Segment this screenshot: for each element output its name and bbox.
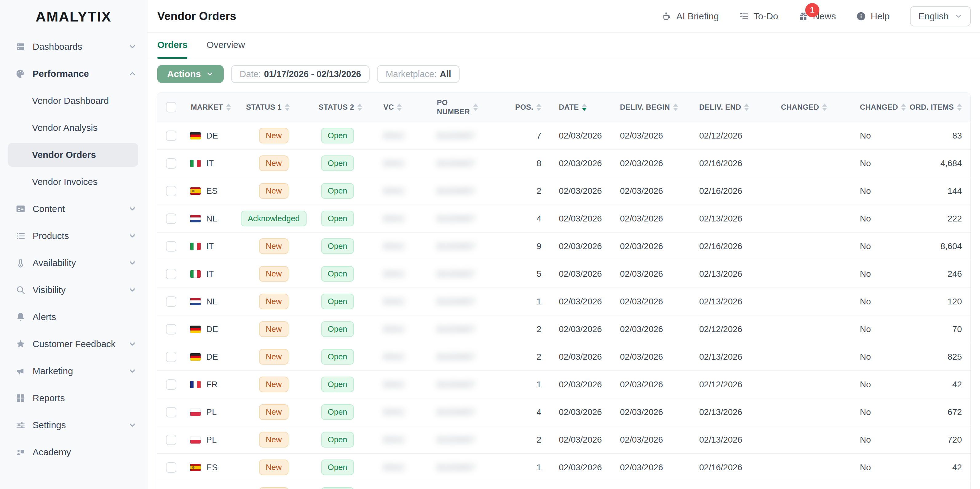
status2-badge: Open bbox=[321, 128, 354, 143]
market-cell: PL bbox=[179, 435, 243, 445]
sidebar-item-vendor-dashboard[interactable]: Vendor Dashboard bbox=[0, 87, 147, 114]
sidebar-item-academy[interactable]: Academy bbox=[0, 439, 147, 466]
vc-value-blurred: 8XK2 bbox=[383, 352, 405, 362]
sidebar-item-content[interactable]: Content bbox=[0, 195, 147, 222]
row-checkbox[interactable] bbox=[166, 462, 177, 473]
table-row[interactable]: NLNewOpen8XK281029457102/03/202602/03/20… bbox=[157, 288, 970, 316]
table-row[interactable]: NewOpen bbox=[157, 481, 970, 489]
sidebar-item-settings[interactable]: Settings bbox=[0, 411, 147, 439]
column-header-changed[interactable]: CHANGED bbox=[851, 103, 907, 112]
topbar-menu-to-do[interactable]: To-Do bbox=[739, 11, 778, 22]
sort-icon bbox=[397, 103, 402, 111]
status1-badge: New bbox=[259, 238, 288, 254]
date-cell: 02/03/2026 bbox=[546, 435, 612, 445]
deliv-end-cell: 02/16/2026 bbox=[692, 186, 773, 196]
tab-orders[interactable]: Orders bbox=[157, 40, 188, 58]
pos-cell: 7 bbox=[507, 131, 546, 141]
status2-cell: Open bbox=[304, 128, 371, 143]
market-code: FR bbox=[206, 379, 218, 389]
row-checkbox[interactable] bbox=[166, 269, 177, 279]
sidebar-item-performance[interactable]: Performance bbox=[0, 60, 147, 87]
column-header-deliv-begin[interactable]: DELIV. BEGIN bbox=[612, 103, 692, 112]
chevron-up-icon bbox=[128, 70, 137, 78]
column-header-deliv-end[interactable]: DELIV. END bbox=[692, 103, 773, 112]
row-checkbox[interactable] bbox=[166, 241, 177, 252]
topbar-menu-label: To-Do bbox=[754, 11, 778, 22]
topbar-menu-label: AI Briefing bbox=[676, 11, 719, 22]
table-row[interactable]: FRNewOpen8XK281029457102/03/202602/03/20… bbox=[157, 371, 970, 399]
column-header-date[interactable]: DATE bbox=[546, 103, 612, 112]
sidebar-item-dashboards[interactable]: Dashboards bbox=[0, 33, 147, 60]
row-checkbox[interactable] bbox=[166, 352, 177, 362]
table-row[interactable]: ESNewOpen8XK281029457202/03/202602/03/20… bbox=[157, 177, 970, 205]
row-checkbox[interactable] bbox=[166, 213, 177, 224]
table-row[interactable]: NLAcknowledgedOpen8XK281029457402/03/202… bbox=[157, 205, 970, 232]
ord-items-cell: 120 bbox=[907, 297, 970, 306]
table-row[interactable]: ITNewOpen8XK281029457502/03/202602/03/20… bbox=[157, 260, 970, 288]
sidebar-item-availability[interactable]: Availability bbox=[0, 249, 147, 276]
column-header-pos-[interactable]: POS. bbox=[507, 103, 546, 112]
topbar-menu-help[interactable]: Help bbox=[856, 11, 890, 22]
column-header-status-2[interactable]: STATUS 2 bbox=[304, 103, 371, 112]
language-select[interactable]: English bbox=[910, 6, 971, 26]
ord-items-cell: 720 bbox=[907, 435, 970, 445]
column-header-po-number[interactable]: PONUMBER bbox=[429, 98, 507, 116]
status1-badge: New bbox=[259, 459, 288, 475]
table-row[interactable]: PLNewOpen8XK281029457202/03/202602/03/20… bbox=[157, 426, 970, 454]
changed2-cell: No bbox=[851, 407, 907, 417]
sidebar-item-reports[interactable]: Reports bbox=[0, 384, 147, 411]
pos-cell: 1 bbox=[507, 379, 546, 389]
row-checkbox[interactable] bbox=[166, 186, 177, 196]
pos-cell: 1 bbox=[507, 297, 546, 306]
ord-items-cell: 246 bbox=[907, 269, 970, 279]
table-row[interactable]: ITNewOpen8XK281029457902/03/202602/03/20… bbox=[157, 232, 970, 260]
table-header-row: MARKETSTATUS 1STATUS 2VCPONUMBERPOS.DATE… bbox=[157, 92, 970, 122]
row-checkbox[interactable] bbox=[166, 407, 177, 418]
sidebar-item-visibility[interactable]: Visibility bbox=[0, 276, 147, 303]
table-row[interactable]: PLNewOpen8XK281029457402/03/202602/03/20… bbox=[157, 399, 970, 426]
row-checkbox[interactable] bbox=[166, 130, 177, 141]
sidebar-item-alerts[interactable]: Alerts bbox=[0, 303, 147, 330]
table-row[interactable]: ITNewOpen8XK281029457802/03/202602/03/20… bbox=[157, 149, 970, 177]
topbar-menu-ai-briefing[interactable]: AI Briefing bbox=[662, 11, 719, 22]
row-checkbox[interactable] bbox=[166, 297, 177, 307]
date-filter[interactable]: Date: 01/17/2026 - 02/13/2026 bbox=[231, 65, 369, 83]
tab-overview[interactable]: Overview bbox=[207, 40, 245, 58]
sidebar-item-customer-feedback[interactable]: Customer Feedback bbox=[0, 330, 147, 357]
date-filter-value: 01/17/2026 - 02/13/2026 bbox=[264, 69, 361, 79]
deliv-begin-cell: 02/03/2026 bbox=[612, 352, 692, 362]
sidebar-item-products[interactable]: Products bbox=[0, 222, 147, 249]
table-row[interactable]: DENewOpen8XK281029457202/03/202602/03/20… bbox=[157, 316, 970, 343]
row-checkbox[interactable] bbox=[166, 379, 177, 390]
sidebar-item-vendor-analysis[interactable]: Vendor Analysis bbox=[0, 114, 147, 141]
row-checkbox[interactable] bbox=[166, 324, 177, 335]
sidebar-item-vendor-orders[interactable]: Vendor Orders bbox=[8, 143, 138, 167]
select-all-checkbox[interactable] bbox=[166, 102, 177, 113]
pos-cell: 2 bbox=[507, 186, 546, 196]
table-row[interactable]: DENewOpen8XK281029457702/03/202602/03/20… bbox=[157, 122, 970, 149]
topbar-menu: AI BriefingTo-Do1NewsHelp English bbox=[662, 6, 971, 26]
actions-button[interactable]: Actions bbox=[157, 65, 224, 83]
column-header-status-1[interactable]: STATUS 1 bbox=[243, 103, 304, 112]
changed2-cell: No bbox=[851, 186, 907, 196]
it-flag-icon bbox=[190, 160, 200, 167]
performance-icon bbox=[15, 68, 26, 79]
marketplace-filter[interactable]: Marketplace: All bbox=[377, 65, 460, 83]
column-header-changed[interactable]: CHANGED bbox=[773, 103, 851, 112]
row-checkbox[interactable] bbox=[166, 435, 177, 445]
status2-cell: Open bbox=[304, 487, 371, 489]
pos-cell: 5 bbox=[507, 269, 546, 279]
column-header-ord-items[interactable]: ORD. ITEMS bbox=[907, 103, 970, 112]
row-checkbox[interactable] bbox=[166, 158, 177, 168]
topbar-menu-news[interactable]: 1News bbox=[799, 11, 836, 22]
sidebar-item-vendor-invoices[interactable]: Vendor Invoices bbox=[0, 168, 147, 195]
deliv-begin-cell: 02/03/2026 bbox=[612, 269, 692, 279]
column-header-vc[interactable]: VC bbox=[371, 103, 429, 112]
table-row[interactable]: DENewOpen8XK281029457202/03/202602/03/20… bbox=[157, 343, 970, 371]
column-header-label: VC bbox=[383, 103, 394, 112]
sidebar-item-marketing[interactable]: Marketing bbox=[0, 357, 147, 384]
column-header-market[interactable]: MARKET bbox=[179, 103, 243, 112]
table-row[interactable]: ESNewOpen8XK281029457102/03/202602/03/20… bbox=[157, 454, 970, 481]
pos-cell: 9 bbox=[507, 241, 546, 251]
market-code: IT bbox=[206, 159, 214, 168]
